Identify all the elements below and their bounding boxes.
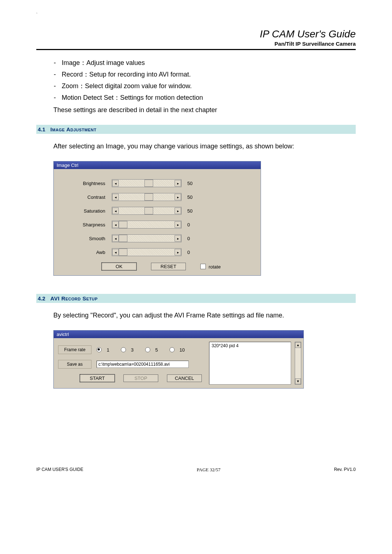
tick-mark: `	[36, 13, 37, 17]
ok-button[interactable]: OK	[102, 263, 136, 270]
scroll-right-icon[interactable]: ▸	[175, 180, 181, 186]
slider-value: 50	[181, 181, 205, 186]
scroll-left-icon[interactable]: ◂	[112, 249, 119, 255]
framerate-radio-10[interactable]: 10	[170, 347, 190, 353]
radio-icon	[97, 347, 102, 352]
slider-label: Sharpness	[62, 222, 112, 227]
rotate-checkbox[interactable]: rotate	[200, 264, 221, 270]
slider-track[interactable]	[119, 249, 175, 255]
start-button[interactable]: START	[80, 374, 115, 382]
scroll-left-icon[interactable]: ◂	[112, 235, 119, 242]
page-footer: IP CAM USER'S GUIDE PAGE 32/57 Rev. PV1.…	[36, 465, 356, 473]
slider-label: Awb	[62, 250, 112, 255]
slider-row-contrast: Contrast◂▸50	[62, 193, 253, 201]
list-item: Motion Detect Set：Settings for motion de…	[62, 92, 356, 103]
scroll-left-icon[interactable]: ◂	[112, 180, 119, 186]
slider-thumb[interactable]	[119, 221, 127, 228]
list-item: Record：Setup for recording into AVI form…	[62, 69, 356, 80]
radio-icon	[145, 347, 150, 352]
cancel-button[interactable]: CANCEL	[167, 374, 202, 382]
slider-row-saturation: Saturation◂▸50	[62, 207, 253, 215]
slider-smooth[interactable]: ◂▸	[112, 234, 181, 242]
stop-button[interactable]: STOP	[123, 374, 158, 382]
saveas-field[interactable]: c:\tmp\webcam\a=002004111658.avi	[97, 361, 189, 368]
scroll-left-icon[interactable]: ◂	[112, 221, 119, 228]
footer-left: IP CAM USER'S GUIDE	[36, 467, 83, 473]
scroll-down-icon[interactable]: ▼	[295, 378, 301, 384]
list-item[interactable]: 320*240 pid 4	[212, 343, 289, 348]
followup-text: These settings are described in detail i…	[36, 105, 356, 115]
slider-track[interactable]	[119, 180, 175, 186]
rotate-label: rotate	[209, 264, 221, 270]
scroll-left-icon[interactable]: ◂	[112, 194, 119, 200]
footer-page: PAGE 32/57	[197, 467, 221, 473]
page-header: IP CAM User's Guide Pan/Tilt IP Surveill…	[36, 28, 356, 50]
slider-row-awb: Awb◂▸0	[62, 248, 253, 256]
slider-thumb[interactable]	[144, 180, 153, 187]
framerate-radio-1[interactable]: 1	[97, 347, 114, 353]
resolution-listbox[interactable]: 320*240 pid 4	[209, 342, 291, 385]
slider-label: Saturation	[62, 208, 112, 214]
settings-bullet-list: Image：Adjust image values Record：Setup f…	[36, 57, 356, 103]
slider-label: Smooth	[62, 236, 112, 241]
section-title: AVI Record Setup	[50, 295, 98, 301]
framerate-radio-3[interactable]: 3	[121, 347, 139, 353]
saveas-label: Save as	[58, 360, 91, 369]
dialog-title: Image Ctrl	[54, 161, 261, 169]
paragraph-42: By selecting "Record", you can adjust th…	[36, 312, 356, 319]
section-number: 4.2	[36, 295, 45, 301]
header-subtitle: Pan/Tilt IP Surveillance Camera	[36, 41, 356, 47]
scroll-right-icon[interactable]: ▸	[175, 208, 181, 214]
slider-brightness[interactable]: ◂▸	[112, 179, 181, 187]
slider-row-sharpness: Sharpness◂▸0	[62, 221, 253, 229]
scroll-track[interactable]	[295, 348, 301, 378]
radio-icon	[170, 347, 175, 352]
scroll-right-icon[interactable]: ▸	[175, 235, 181, 242]
scroll-left-icon[interactable]: ◂	[112, 208, 119, 214]
image-ctrl-dialog: Image Ctrl Brightness◂▸50Contrast◂▸50Sat…	[53, 161, 261, 276]
slider-thumb[interactable]	[144, 193, 153, 201]
radio-icon	[121, 347, 126, 352]
framerate-radio-group: 1 3 5 10	[97, 347, 195, 353]
slider-track[interactable]	[119, 194, 175, 200]
section-heading-42: 4.2 AVI Record Setup	[36, 294, 356, 303]
slider-track[interactable]	[119, 221, 175, 228]
dialog-title: avictrl	[54, 331, 303, 338]
list-item: Image：Adjust image values	[62, 57, 356, 68]
slider-value: 0	[181, 250, 205, 255]
list-item: Zoom：Select digital zoom value for windo…	[62, 81, 356, 91]
slider-value: 50	[181, 194, 205, 200]
slider-row-smooth: Smooth◂▸0	[62, 234, 253, 242]
checkbox-icon	[200, 264, 206, 269]
slider-value: 50	[181, 208, 205, 214]
slider-saturation[interactable]: ◂▸	[112, 207, 181, 215]
slider-thumb[interactable]	[144, 207, 153, 214]
section-number: 4.1	[36, 126, 45, 132]
slider-value: 0	[181, 222, 205, 227]
section-heading-41: 4.1 Image Adjustment	[36, 125, 356, 134]
scroll-up-icon[interactable]: ▲	[295, 342, 301, 348]
slider-contrast[interactable]: ◂▸	[112, 193, 181, 201]
avictrl-dialog: avictrl Frame rate 1 3 5 10 Save as c:\t…	[53, 330, 304, 389]
scroll-right-icon[interactable]: ▸	[175, 194, 181, 200]
slider-label: Contrast	[62, 194, 112, 200]
slider-track[interactable]	[119, 235, 175, 242]
slider-awb[interactable]: ◂▸	[112, 248, 181, 256]
reset-button[interactable]: RESET	[151, 263, 186, 270]
slider-label: Brightness	[62, 181, 112, 186]
header-title: IP CAM User's Guide	[36, 28, 356, 40]
framerate-label: Frame rate	[58, 345, 91, 354]
slider-thumb[interactable]	[119, 235, 127, 242]
framerate-radio-5[interactable]: 5	[145, 347, 163, 353]
section-title: Image Adjustment	[50, 126, 97, 132]
paragraph-41: After selecting an Image, you may change…	[36, 143, 356, 150]
slider-track[interactable]	[119, 208, 175, 214]
vertical-scrollbar[interactable]: ▲ ▼	[295, 342, 301, 385]
slider-thumb[interactable]	[119, 249, 127, 256]
scroll-right-icon[interactable]: ▸	[175, 249, 181, 255]
slider-row-brightness: Brightness◂▸50	[62, 179, 253, 187]
slider-sharpness[interactable]: ◂▸	[112, 221, 181, 229]
scroll-right-icon[interactable]: ▸	[175, 221, 181, 228]
footer-right: Rev. PV1.0	[334, 467, 356, 473]
slider-value: 0	[181, 236, 205, 241]
